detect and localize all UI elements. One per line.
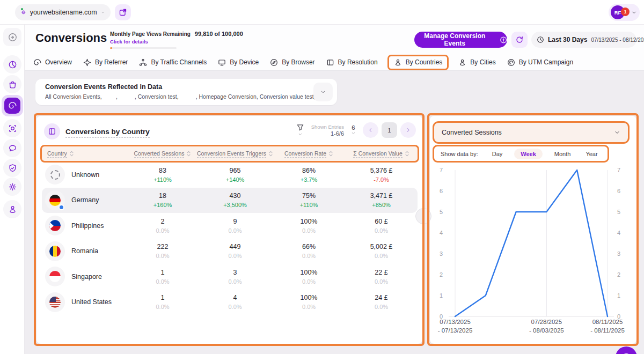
manage-conversion-events-button[interactable]: Manage Conversion Events [414, 32, 507, 48]
sidebar-item-conversions-spiral[interactable] [2, 95, 23, 116]
metric-cell: 18+160% [128, 192, 197, 208]
x-axis-tick: 07/13/2025- 07/13/2025 [426, 318, 485, 335]
tab-by-countries[interactable]: By Countries [389, 56, 448, 69]
conversion-events-banner: Conversion Events Reflected in Data All … [35, 79, 337, 105]
open-website-button[interactable] [115, 4, 131, 20]
next-page-button[interactable] [400, 122, 416, 138]
account-menu[interactable]: RF 1 [609, 4, 640, 21]
metric-change: 0.0% [345, 253, 418, 259]
sidebar-item-shopping-bag[interactable] [3, 75, 21, 93]
tab-label: By Referrer [95, 58, 128, 66]
current-page[interactable]: 1 [382, 122, 397, 138]
refresh-icon [515, 35, 524, 44]
metric-cell: 30.0% [197, 269, 273, 285]
country-flag [45, 165, 65, 185]
metric-change: 0.0% [197, 304, 273, 310]
page-size-selector[interactable]: 6 [351, 124, 356, 136]
metric-value: 86% [273, 167, 345, 174]
column-header-label: Converted Sessions [134, 150, 185, 158]
globe-icon [21, 8, 26, 17]
metric-cell: 83+110% [128, 167, 197, 183]
page-views-details-link[interactable]: Click for details [110, 39, 233, 45]
metric-dropdown-value: Converted Sessions [442, 129, 502, 136]
metric-change: 0.0% [273, 304, 345, 310]
sidebar [0, 25, 25, 354]
banner-expand-button[interactable] [313, 83, 333, 101]
y-axis-tick-left: 5 [431, 208, 443, 216]
sidebar-item-chat-bubble[interactable] [3, 139, 21, 157]
metric-cell: 5,376 £-7.0% [345, 167, 418, 183]
chevron-down-icon [101, 10, 104, 16]
refresh-button[interactable] [511, 32, 528, 48]
country-flag [45, 292, 65, 312]
metric-cell: 90.0% [197, 218, 273, 234]
x-axis-tick: 07/28/2025- 08/03/2025 [517, 318, 576, 335]
window-columns-icon [326, 58, 334, 67]
country-cell: Philippines [42, 216, 128, 235]
metric-cell: 86%+3.7% [273, 167, 345, 183]
location-person-icon [8, 205, 17, 214]
tab-by-resolution[interactable]: By Resolution [326, 56, 378, 69]
sidebar-item-settings-gear[interactable] [3, 178, 21, 196]
sort-icon [186, 151, 191, 157]
tab-overview[interactable]: Overview [33, 56, 72, 69]
previous-page-button[interactable] [363, 122, 378, 138]
y-axis-tick-right: 4 [617, 228, 629, 237]
person-pin-icon [458, 58, 466, 67]
country-flag [45, 241, 65, 261]
tab-label: By Cities [470, 58, 495, 66]
metric-value: 24 £ [345, 294, 418, 301]
tab-by-traffic-channels[interactable]: By Traffic Channels [139, 56, 207, 69]
sidebar-item-focus-target[interactable] [3, 119, 21, 137]
metric-cell: 10.0% [128, 294, 197, 310]
interval-month[interactable]: Month [551, 149, 574, 159]
interval-day[interactable]: Day [489, 149, 506, 159]
column-header-country[interactable]: Country [42, 150, 128, 158]
tab-by-referrer[interactable]: By Referrer [83, 56, 128, 69]
column-header-conversion-events-triggers[interactable]: Conversion Events Triggers [197, 150, 273, 158]
star-compass-icon [83, 58, 91, 67]
tab-by-device[interactable]: By Device [218, 56, 259, 69]
table-row-romania[interactable]: Romania2220.0%4490.0%66%0.0%5,002 £0.0% [42, 239, 418, 264]
filter-button[interactable] [296, 123, 304, 137]
country-name: Unknown [71, 171, 99, 179]
y-axis-tick-right: 2 [617, 270, 629, 279]
y-axis-tick-left: 4 [431, 228, 443, 237]
metric-cell: 22 £0.0% [345, 269, 418, 285]
metric-change: -7.0% [345, 176, 418, 183]
column-header-conversion-rate[interactable]: Conversion Rate [273, 150, 345, 158]
table-body: Unknown83+110%965+140%86%+3.7%5,376 £-7.… [42, 162, 418, 315]
sidebar-item-pie-chart[interactable] [3, 55, 21, 73]
table-row-philippines[interactable]: Philippines20.0%90.0%100%0.0%60 £0.0% [42, 213, 418, 239]
country-cell: Germany [42, 190, 128, 210]
topbar: yourwebsitename.com RF 1 [0, 0, 644, 25]
table-row-unknown[interactable]: Unknown83+110%965+140%86%+3.7%5,376 £-7.… [42, 162, 418, 188]
chat-bubble-icon [621, 352, 632, 354]
spiral-icon [33, 58, 41, 67]
metric-change: 0.0% [128, 227, 197, 234]
metric-dropdown[interactable]: Converted Sessions [434, 123, 628, 142]
sidebar-item-location-person[interactable] [3, 200, 21, 218]
chat-widget-button[interactable] [616, 346, 637, 354]
metric-value: 75% [273, 192, 345, 200]
metric-value: 9 [197, 218, 273, 225]
interval-year[interactable]: Year [582, 149, 601, 159]
column-header-converted-sessions[interactable]: Converted Sessions [128, 150, 197, 158]
sidebar-item-collapse-panel[interactable] [3, 28, 21, 46]
table-row-singapore[interactable]: Singapore10.0%30.0%100%0.0%22 £0.0% [42, 264, 418, 290]
website-selector[interactable]: yourwebsitename.com [15, 4, 111, 20]
sort-icon [328, 151, 333, 157]
sidebar-item-shield-check[interactable] [3, 159, 21, 177]
tab-by-browser[interactable]: By Browser [270, 56, 314, 69]
interval-week[interactable]: Week [514, 149, 543, 159]
tab-by-cities[interactable]: By Cities [458, 56, 495, 69]
table-row-germany[interactable]: Germany18+160%430+3,500%75%+110%3,471 £+… [42, 188, 418, 213]
metric-change: 0.0% [273, 253, 345, 259]
date-range-selector[interactable]: Last 30 Days 07/13/2025 - 08/12/2025 [531, 32, 636, 48]
panel-resize-handle[interactable] [415, 208, 431, 224]
metric-value: 1 [128, 294, 197, 301]
column-header-conversion-value[interactable]: Σ Conversion Value [345, 150, 418, 158]
tab-by-utm-campaign[interactable]: By UTM Campaign [507, 56, 573, 69]
table-row-united-states[interactable]: United States10.0%40.0%100%0.0%24 £0.0% [42, 290, 418, 315]
column-header-label: Σ Conversion Value [353, 150, 402, 158]
